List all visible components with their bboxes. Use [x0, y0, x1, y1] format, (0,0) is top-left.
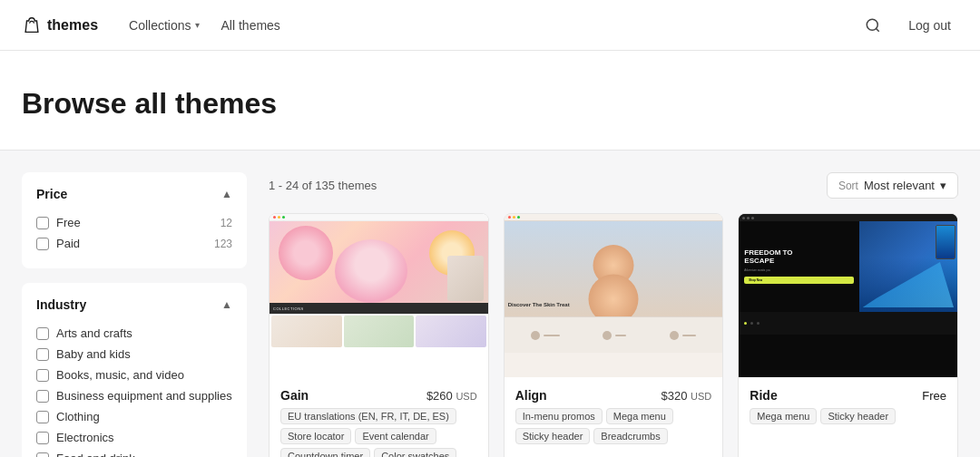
ride-tags: Mega menuSticky header: [750, 408, 946, 424]
free-checkbox[interactable]: [36, 217, 49, 229]
ride-thumbnail: FREEDOM TOESCAPE Adventure awaits you Sh…: [739, 214, 957, 377]
industry-checkbox-6[interactable]: [36, 452, 49, 458]
align-tags: In-menu promosMega menuSticky headerBrea…: [515, 408, 712, 444]
industry-filter-title: Industry: [36, 297, 86, 312]
industry-label-0: Arts and crafts: [56, 326, 132, 340]
ride-info: Ride Free Mega menuSticky header: [739, 377, 957, 435]
collections-chevron-icon: ▾: [195, 20, 200, 30]
industry-checkbox-1[interactable]: [36, 348, 49, 361]
shopify-bag-icon: [22, 15, 42, 35]
gain-thumbnail: COLLECTIONS: [270, 214, 488, 377]
logo[interactable]: themes: [22, 15, 98, 35]
price-filter-section: Price ▲ Free 12 Paid 123: [22, 172, 247, 268]
industry-label-5: Electronics: [56, 431, 114, 444]
gain-tags: EU translations (EN, FR, IT, DE, ES)Stor…: [280, 408, 477, 457]
ride-name: Ride: [750, 388, 777, 403]
industry-checkbox-2[interactable]: [36, 369, 49, 382]
filter-item-paid: Paid 123: [36, 233, 232, 254]
sort-prefix: Sort: [838, 180, 858, 192]
align-price: $320 USD: [662, 389, 712, 403]
industry-label-4: Clothing: [56, 410, 100, 423]
sort-dropdown[interactable]: Sort Most relevant ▾: [827, 172, 958, 199]
filter-item-industry: Electronics: [36, 427, 232, 448]
main-nav: Collections ▾ All themes: [120, 13, 838, 38]
filter-item-free: Free 12: [36, 212, 232, 233]
theme-tag: Breadcrumbs: [593, 428, 667, 444]
main-layout: Price ▲ Free 12 Paid 123 Industr: [0, 151, 980, 457]
page-title: Browse all themes: [22, 87, 958, 121]
theme-tag: Color swatches: [374, 448, 456, 457]
theme-tag: In-menu promos: [515, 408, 603, 424]
sort-chevron-icon: ▾: [940, 179, 946, 192]
gain-price: $260 USD: [426, 389, 477, 403]
theme-tag: Mega menu: [750, 408, 817, 424]
nav-collections[interactable]: Collections ▾: [120, 13, 208, 38]
theme-tag: Countdown timer: [280, 448, 370, 457]
logo-text: themes: [47, 17, 98, 34]
industry-filter-header[interactable]: Industry ▲: [36, 297, 232, 312]
filter-item-industry: Baby and kids: [36, 344, 232, 365]
free-count: 12: [220, 217, 232, 229]
industry-checkbox-3[interactable]: [36, 390, 49, 403]
nav-all-themes[interactable]: All themes: [212, 13, 289, 38]
price-filter-header[interactable]: Price ▲: [36, 187, 232, 201]
svg-point-0: [867, 19, 878, 30]
results-count: 1 - 24 of 135 themes: [269, 179, 377, 192]
align-name: Align: [515, 388, 547, 403]
theme-card-ride[interactable]: FREEDOM TOESCAPE Adventure awaits you Sh…: [738, 213, 958, 457]
content-toolbar: 1 - 24 of 135 themes Sort Most relevant …: [269, 172, 958, 199]
industry-chevron-icon: ▲: [221, 298, 232, 311]
sort-value: Most relevant: [864, 179, 935, 192]
gain-name: Gain: [280, 388, 309, 403]
filter-item-industry: Clothing: [36, 406, 232, 427]
theme-tag: Sticky header: [820, 408, 896, 424]
paid-checkbox[interactable]: [36, 238, 49, 250]
price-filter-title: Price: [36, 187, 67, 201]
theme-card-gain[interactable]: COLLECTIONS Gain $260 U: [269, 213, 489, 457]
industry-label-2: Books, music, and video: [56, 368, 184, 382]
theme-card-align[interactable]: Discover The Skin Treat: [504, 213, 724, 457]
theme-tag: Store locator: [280, 428, 351, 444]
industry-label-6: Food and drink: [56, 452, 135, 457]
theme-tag: EU translations (EN, FR, IT, DE, ES): [280, 408, 456, 424]
industry-checkbox-4[interactable]: [36, 411, 49, 423]
search-button[interactable]: [859, 12, 887, 39]
filter-item-industry: Arts and crafts: [36, 323, 232, 344]
logout-button[interactable]: Log out: [901, 13, 958, 38]
search-icon: [865, 17, 881, 34]
filter-item-industry: Business equipment and supplies: [36, 385, 232, 406]
industry-checkbox-5[interactable]: [36, 432, 49, 444]
site-header: themes Collections ▾ All themes Log out: [0, 0, 980, 51]
theme-tag: Event calendar: [355, 428, 436, 444]
header-actions: Log out: [859, 12, 958, 39]
industry-items-container: Arts and crafts Baby and kids Books, mus…: [36, 323, 232, 457]
theme-grid: COLLECTIONS Gain $260 U: [269, 213, 958, 457]
theme-tag: Sticky header: [515, 428, 591, 444]
align-info: Align $320 USD In-menu promosMega menuSt…: [505, 377, 723, 455]
price-chevron-icon: ▲: [221, 188, 232, 200]
free-label: Free: [56, 216, 81, 229]
ride-price: Free: [922, 389, 946, 403]
industry-label-1: Baby and kids: [56, 347, 131, 361]
filter-item-industry: Food and drink: [36, 448, 232, 457]
paid-count: 123: [214, 238, 232, 250]
industry-checkbox-0[interactable]: [36, 327, 49, 340]
align-thumbnail: Discover The Skin Treat: [505, 214, 723, 377]
gain-info: Gain $260 USD EU translations (EN, FR, I…: [270, 377, 488, 457]
theme-tag: Mega menu: [606, 408, 673, 424]
hero-section: Browse all themes: [0, 51, 980, 151]
industry-label-3: Business equipment and supplies: [56, 389, 232, 403]
filter-item-industry: Books, music, and video: [36, 365, 232, 385]
main-content: 1 - 24 of 135 themes Sort Most relevant …: [269, 172, 958, 457]
sidebar: Price ▲ Free 12 Paid 123 Industr: [22, 172, 247, 457]
industry-filter-section: Industry ▲ Arts and crafts Baby and kids…: [22, 283, 247, 457]
paid-label: Paid: [56, 237, 80, 250]
